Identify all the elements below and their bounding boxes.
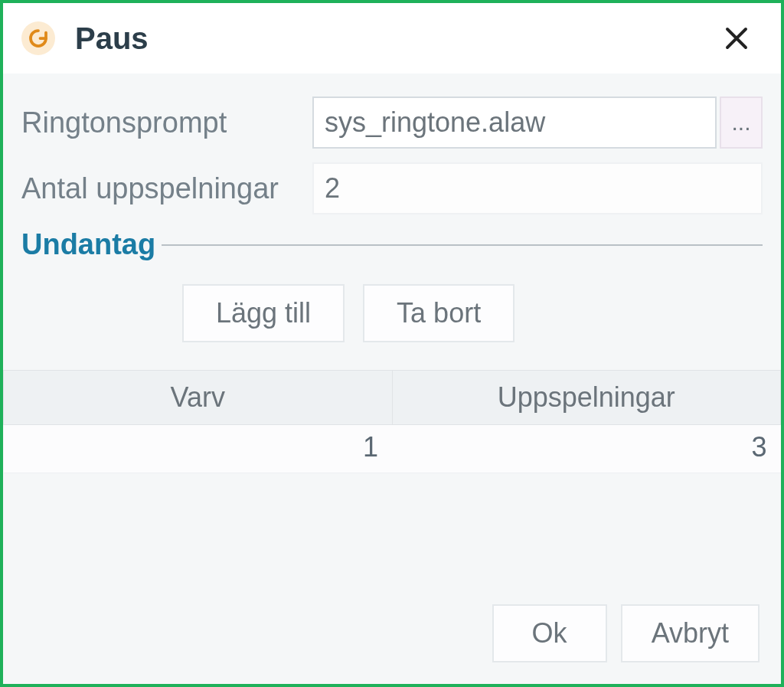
exceptions-title: Undantag — [21, 228, 162, 261]
titlebar: Paus — [3, 3, 781, 74]
browse-button[interactable]: ... — [720, 97, 763, 149]
cell-lap: 1 — [4, 425, 393, 473]
col-header-lap[interactable]: Varv — [4, 371, 393, 425]
ringtone-input[interactable] — [312, 97, 717, 149]
cell-plays: 3 — [392, 425, 781, 473]
ok-button[interactable]: Ok — [492, 604, 607, 662]
table-row[interactable]: 1 3 — [4, 425, 781, 473]
close-button[interactable] — [714, 15, 760, 61]
plays-label: Antal uppspelningar — [21, 172, 312, 205]
cancel-button[interactable]: Avbryt — [621, 604, 760, 662]
add-button[interactable]: Lägg till — [182, 284, 345, 342]
pause-dialog: Paus Ringtonsprompt ... Antal uppspelnin… — [0, 0, 784, 687]
dialog-footer: Ok Avbryt — [492, 604, 760, 662]
ringtone-label: Ringtonsprompt — [21, 106, 312, 139]
app-icon — [21, 21, 55, 55]
exceptions-header: Undantag — [21, 228, 763, 261]
remove-button[interactable]: Ta bort — [363, 284, 514, 342]
dialog-title: Paus — [75, 21, 149, 56]
plays-input[interactable] — [312, 162, 763, 214]
exceptions-table: Varv Uppspelningar 1 3 — [3, 370, 781, 473]
plays-row: Antal uppspelningar — [21, 162, 763, 214]
section-divider — [162, 244, 763, 246]
col-header-plays[interactable]: Uppspelningar — [392, 371, 781, 425]
ringtone-row: Ringtonsprompt ... — [21, 97, 763, 149]
exception-buttons: Lägg till Ta bort — [182, 284, 763, 342]
dialog-body: Ringtonsprompt ... Antal uppspelningar U… — [3, 74, 781, 473]
